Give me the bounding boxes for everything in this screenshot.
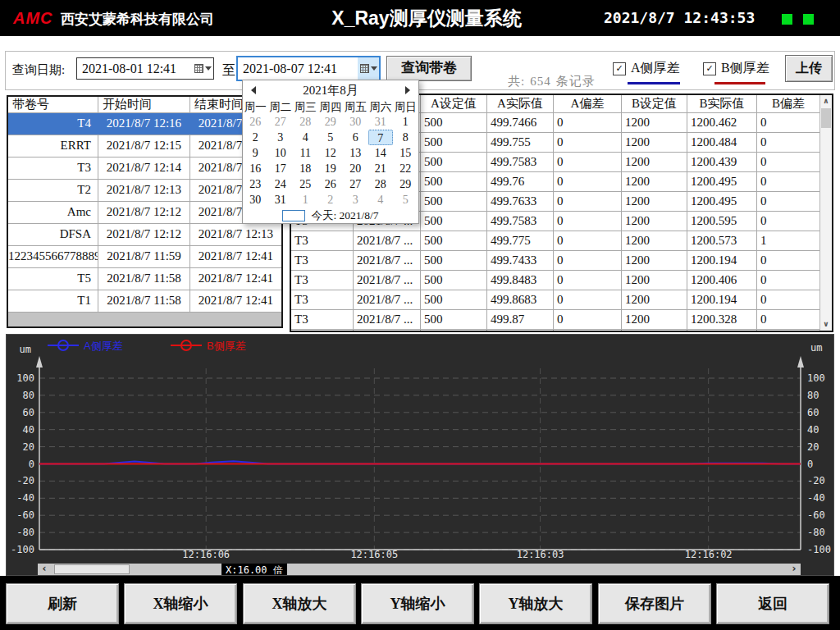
- measurement-row[interactable]: T32021/8/7 ...500499.775012001200.5731: [291, 231, 819, 251]
- column-header[interactable]: A偏差: [554, 95, 622, 112]
- date-to-input[interactable]: 2021-08-07 12:41: [236, 56, 381, 81]
- today-marker-box[interactable]: [282, 210, 305, 221]
- chart-horizontal-scrollbar[interactable]: ‹ ›: [38, 564, 801, 575]
- coil-table-row[interactable]: ERRT2021/8/7 12:152021/8/7 12:41: [8, 135, 281, 158]
- calendar-day[interactable]: 1: [293, 192, 318, 208]
- calendar-day[interactable]: 17: [268, 161, 294, 176]
- coil-table-row[interactable]: Amc2021/8/7 12:122021/8/7 12:41: [8, 202, 281, 224]
- measurement-row[interactable]: T32021/8/7 ...500499.8884012001200.3830: [291, 330, 819, 331]
- calendar-day[interactable]: 5: [318, 130, 344, 145]
- calendar-day[interactable]: 20: [343, 161, 368, 176]
- refresh-button[interactable]: 刷新: [6, 583, 119, 624]
- calendar-day[interactable]: 30: [343, 114, 368, 130]
- calendar-day[interactable]: 21: [368, 161, 394, 176]
- calendar-day[interactable]: 19: [318, 161, 344, 176]
- calendar-day[interactable]: 28: [293, 114, 318, 130]
- calendar-day[interactable]: 14: [368, 145, 394, 161]
- back-button[interactable]: 返回: [716, 583, 829, 624]
- prev-month-icon[interactable]: [251, 86, 256, 94]
- calendar-day[interactable]: 27: [343, 176, 368, 192]
- start-time-cell: 2021/8/7 12:16: [98, 113, 190, 135]
- calendar-day[interactable]: 26: [318, 176, 344, 192]
- column-header[interactable]: B实际值: [687, 95, 757, 112]
- chart-scrollbar-thumb[interactable]: [54, 564, 130, 574]
- column-header[interactable]: 开始时间: [98, 97, 190, 112]
- date-from-dropdown-button[interactable]: [192, 58, 213, 79]
- checkbox-b-side[interactable]: ✓ B侧厚差: [703, 60, 769, 77]
- column-header[interactable]: A设定值: [421, 95, 487, 112]
- calendar-day[interactable]: 31: [268, 192, 294, 208]
- calendar-day[interactable]: 12: [318, 145, 344, 161]
- calendar-day[interactable]: 29: [393, 176, 418, 192]
- measurement-row[interactable]: T32021/8/7 ...500499.8483012001200.4060: [291, 271, 819, 290]
- coil-table-row[interactable]: T42021/8/7 12:162021/8/7 12:41: [8, 113, 281, 135]
- table-vertical-scrollbar[interactable]: ∧ ∨: [819, 95, 832, 331]
- calendar-day[interactable]: 13: [343, 145, 368, 161]
- measurement-row[interactable]: T32021/8/7 ...500499.8683012001200.1940: [291, 290, 819, 310]
- scroll-up-arrow-icon[interactable]: ∧: [820, 95, 832, 107]
- calendar-day[interactable]: 23: [243, 176, 268, 192]
- calendar-day[interactable]: 8: [393, 130, 418, 145]
- calendar-day-selected[interactable]: 7: [368, 130, 394, 145]
- calendar-day[interactable]: 24: [268, 176, 294, 192]
- measurement-row[interactable]: T32021/8/7 ...500499.87012001200.3280: [291, 310, 819, 330]
- calendar-day[interactable]: 26: [243, 114, 268, 130]
- calendar-day[interactable]: 30: [243, 192, 268, 208]
- coil-table-row[interactable]: T12021/8/7 11:582021/8/7 12:41: [8, 290, 281, 313]
- calendar-day[interactable]: 18: [293, 161, 318, 176]
- measurement-cell: 2021/8/7 ...: [354, 271, 421, 290]
- column-header[interactable]: 带卷号: [8, 97, 98, 112]
- date-to-dropdown-button[interactable]: [358, 57, 379, 80]
- y-axis-zoom-in-button[interactable]: Y轴放大: [479, 583, 592, 624]
- measurement-row[interactable]: T32021/8/7 ...500499.7433012001200.1940: [291, 251, 819, 271]
- calendar-day[interactable]: 9: [243, 145, 268, 161]
- checkbox-checked-icon[interactable]: ✓: [703, 62, 716, 75]
- calendar-day[interactable]: 3: [268, 130, 294, 145]
- calendar-day[interactable]: 29: [318, 114, 344, 130]
- column-header[interactable]: B偏差: [757, 95, 819, 112]
- x-axis-zoom-in-button[interactable]: X轴放大: [243, 583, 356, 624]
- measurement-cell: 1200: [622, 172, 687, 191]
- measurement-cell: 0: [554, 330, 622, 331]
- coil-table-row[interactable]: T52021/8/7 11:582021/8/7 12:41: [8, 268, 281, 290]
- calendar-day[interactable]: 22: [393, 161, 418, 176]
- calendar-day[interactable]: 1: [393, 114, 418, 130]
- coil-table-row[interactable]: 12234556677888992021/8/7 11:592021/8/7 1…: [8, 246, 281, 268]
- svg-text:80: 80: [807, 390, 819, 401]
- x-axis-zoom-out-button[interactable]: X轴缩小: [124, 583, 237, 624]
- calendar-day[interactable]: 16: [243, 161, 268, 176]
- calendar-day[interactable]: 31: [368, 114, 394, 130]
- upload-button[interactable]: 上传: [785, 55, 833, 82]
- calendar-day[interactable]: 4: [368, 192, 394, 208]
- calendar-day[interactable]: 3: [343, 192, 368, 208]
- calendar-day[interactable]: 25: [293, 176, 318, 192]
- checkbox-checked-icon[interactable]: ✓: [613, 62, 626, 75]
- calendar-day[interactable]: 11: [293, 145, 318, 161]
- calendar-day[interactable]: 15: [393, 145, 418, 161]
- next-month-icon[interactable]: [405, 86, 410, 94]
- date-from-input[interactable]: 2021-08-01 12:41: [76, 57, 214, 80]
- coil-table-row[interactable]: DFSA2021/8/7 12:122021/8/7 12:13: [8, 224, 281, 246]
- coil-table-row[interactable]: T32021/8/7 12:142021/8/7 12:41: [8, 158, 281, 180]
- weekday-label: 周日: [393, 100, 418, 114]
- calendar-day[interactable]: 2: [243, 130, 268, 145]
- calendar-day[interactable]: 10: [268, 145, 294, 161]
- column-header[interactable]: A实际值: [487, 95, 554, 112]
- query-coils-button[interactable]: 查询带卷: [386, 56, 472, 81]
- scroll-right-arrow-icon[interactable]: ›: [788, 564, 801, 575]
- checkbox-a-side[interactable]: ✓ A侧厚差: [613, 60, 680, 77]
- today-label[interactable]: 今天: 2021/8/7: [311, 208, 378, 223]
- calendar-day[interactable]: 5: [393, 192, 418, 208]
- calendar-day[interactable]: 28: [368, 176, 394, 192]
- y-axis-zoom-out-button[interactable]: Y轴缩小: [361, 583, 474, 624]
- calendar-day[interactable]: 2: [318, 192, 344, 208]
- coil-table-row[interactable]: T22021/8/7 12:132021/8/7 12:41: [8, 180, 281, 202]
- scrollbar-thumb[interactable]: [821, 108, 831, 128]
- save-image-button[interactable]: 保存图片: [598, 583, 711, 624]
- column-header[interactable]: B设定值: [622, 95, 687, 112]
- calendar-day[interactable]: 4: [293, 130, 318, 145]
- scroll-down-arrow-icon[interactable]: ∨: [820, 318, 832, 331]
- scroll-left-arrow-icon[interactable]: ‹: [38, 564, 51, 575]
- calendar-day[interactable]: 27: [268, 114, 294, 130]
- calendar-day[interactable]: 6: [343, 130, 368, 145]
